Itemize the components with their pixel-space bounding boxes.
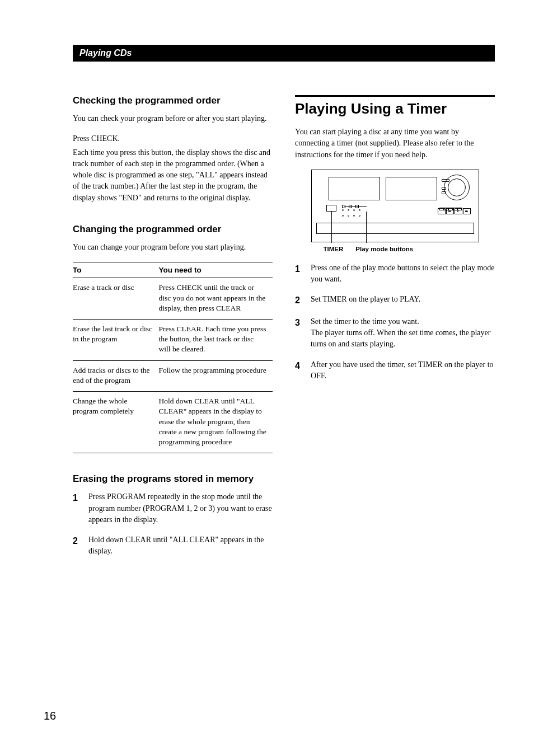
dots-icon xyxy=(342,209,360,211)
th-need: You need to xyxy=(159,262,273,278)
player-diagram: ⏮⏸⏭ xyxy=(311,170,479,242)
table-row: Add tracks or discs to the end of the pr… xyxy=(73,360,273,391)
para-timer-intro: You can start playing a disc at any time… xyxy=(295,126,495,161)
table-row: Erase a track or disc Press CHECK until … xyxy=(73,278,273,320)
erase-step-text: Hold down CLEAR until "ALL CLEAR" appear… xyxy=(88,534,273,557)
label-timer: TIMER xyxy=(324,246,344,252)
transport-buttons-icon: ⏮⏸⏭ xyxy=(438,208,471,214)
timer-step: 3 Set the timer to the time you want. Th… xyxy=(295,316,495,350)
step-number: 4 xyxy=(295,359,303,382)
change-order-table: To You need to Erase a track or disc Pre… xyxy=(73,262,273,453)
cell-need: Press CHECK until the track or disc you … xyxy=(159,278,273,320)
para-press-check-body: Each time you press this button, the dis… xyxy=(73,147,273,204)
para-change-intro: You can change your program before you s… xyxy=(73,242,273,253)
timer-step: 4 After you have used the timer, set TIM… xyxy=(295,359,495,382)
step-number: 1 xyxy=(295,262,303,285)
leader-line-icon xyxy=(366,212,367,243)
step-number: 2 xyxy=(295,294,303,307)
slot-icon xyxy=(442,179,449,182)
cell-need: Hold down CLEAR until "ALL CLEAR" appear… xyxy=(159,392,273,453)
label-playmode: Play mode buttons xyxy=(355,246,413,252)
timer-switch-icon xyxy=(326,205,336,212)
left-column: Checking the programmed order You can ch… xyxy=(73,95,273,566)
heading-check-order: Checking the programmed order xyxy=(73,95,273,106)
cell-to: Change the whole program completely xyxy=(73,392,159,453)
diagram-labels: TIMER Play mode buttons xyxy=(311,246,479,252)
step-number: 2 xyxy=(73,534,81,557)
para-press-check: Press CHECK. xyxy=(73,133,273,144)
timer-step-text: Press one of the play mode buttons to se… xyxy=(311,262,495,285)
page-number: 16 xyxy=(44,710,56,722)
table-row: Erase the last track or disc in the prog… xyxy=(73,320,273,361)
timer-step: 1 Press one of the play mode buttons to … xyxy=(295,262,495,285)
dots-icon xyxy=(342,215,360,217)
timer-step-text: Set TIMER on the player to PLAY. xyxy=(311,294,420,307)
leader-line-icon xyxy=(331,212,332,243)
section-band: Playing CDs xyxy=(73,45,495,62)
display-icon xyxy=(329,177,380,200)
cell-to: Add tracks or discs to the end of the pr… xyxy=(73,360,159,391)
slot-icon xyxy=(442,187,446,190)
mini-buttons-icon xyxy=(439,203,467,206)
th-to: To xyxy=(73,262,159,278)
heading-change-order: Changing the programmed order xyxy=(73,224,273,235)
timer-step-text: After you have used the timer, set TIMER… xyxy=(311,359,495,382)
cell-to: Erase the last track or disc in the prog… xyxy=(73,320,159,361)
erase-step-text: Press PROGRAM repeatedly in the stop mod… xyxy=(88,491,273,525)
heading-playing-timer: Playing Using a Timer xyxy=(295,95,495,118)
table-row: Change the whole program completely Hold… xyxy=(73,392,273,453)
timer-step-text: Set the timer to the time you want. The … xyxy=(311,316,495,350)
step-number: 1 xyxy=(73,491,81,525)
timer-step: 2 Set TIMER on the player to PLAY. xyxy=(295,294,495,307)
erase-step: 2 Hold down CLEAR until "ALL CLEAR" appe… xyxy=(73,534,273,557)
heading-erase-programs: Erasing the programs stored in memory xyxy=(73,473,273,485)
cell-need: Press CLEAR. Each time you press the but… xyxy=(159,320,273,361)
slot-icon xyxy=(442,191,446,194)
erase-step: 1 Press PROGRAM repeatedly in the stop m… xyxy=(73,491,273,525)
right-column: Playing Using a Timer You can start play… xyxy=(295,95,495,566)
cell-need: Follow the programming procedure xyxy=(159,360,273,391)
display-icon xyxy=(386,177,437,200)
jog-dial-icon xyxy=(444,175,470,200)
leader-line-icon xyxy=(344,206,367,207)
disc-tray-icon xyxy=(316,223,474,234)
cell-to: Erase a track or disc xyxy=(73,278,159,320)
step-number: 3 xyxy=(295,316,303,350)
para-check-intro: You can check your program before or aft… xyxy=(73,113,273,124)
